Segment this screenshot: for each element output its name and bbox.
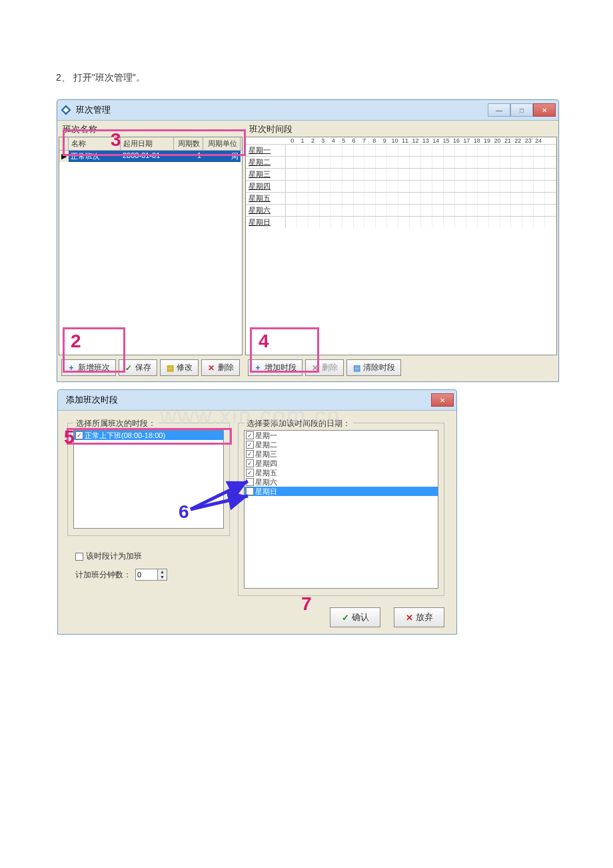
timespan-label: 班次时间段 xyxy=(245,122,557,137)
checkbox[interactable] xyxy=(75,431,83,439)
day-label: 星期三 xyxy=(246,169,286,180)
day-label: 星期二 xyxy=(246,157,286,168)
schedule-row[interactable]: 星期四 xyxy=(246,180,556,192)
cell-unit[interactable]: 周 xyxy=(203,151,241,162)
delete-label: 删除 xyxy=(218,362,234,373)
schedule-row[interactable]: 星期六 xyxy=(246,204,556,216)
day-label: 星期一 xyxy=(255,431,277,441)
overtime-label: 该时段计为加班 xyxy=(86,551,142,562)
plus-icon: + xyxy=(254,364,262,372)
hour-label: 17 xyxy=(462,137,472,144)
dialog-close-button[interactable]: ✕ xyxy=(431,393,454,407)
checkbox[interactable] xyxy=(75,553,83,561)
hour-label: 14 xyxy=(430,137,440,144)
schedule-row[interactable]: 星期五 xyxy=(246,192,556,204)
schedule-row[interactable]: 星期二 xyxy=(246,156,556,168)
minutes-stepper[interactable]: ▲▼ xyxy=(135,569,167,581)
schedule-row[interactable]: 星期三 xyxy=(246,168,556,180)
checkbox[interactable] xyxy=(246,441,254,449)
minutes-label: 计加班分钟数： xyxy=(75,569,131,581)
shift-option-list[interactable]: 正常上下班(08:00-18:00) xyxy=(73,430,224,529)
schedule-row[interactable]: 星期日 xyxy=(246,216,556,228)
save-label: 保存 xyxy=(135,362,151,373)
hour-label: 9 xyxy=(380,137,390,144)
hour-label: 12 xyxy=(410,137,420,144)
shift-option-label: 正常上下班(08:00-18:00) xyxy=(85,431,165,441)
checkbox[interactable] xyxy=(246,459,254,467)
check-icon: ✓ xyxy=(125,364,133,372)
col-date-header[interactable]: 起用日期 xyxy=(121,137,174,150)
cell-name[interactable]: 正常班次 xyxy=(69,151,121,162)
checkbox[interactable] xyxy=(246,469,254,477)
spin-up-icon[interactable]: ▲ xyxy=(157,569,167,575)
hours-header: 0123456789101112131415161718192021222324 xyxy=(286,137,556,144)
checkbox[interactable] xyxy=(246,487,254,495)
list-item[interactable]: 星期一 xyxy=(245,431,438,440)
hour-label: 18 xyxy=(472,137,482,144)
schedule-cells[interactable] xyxy=(286,205,556,216)
day-label: 星期三 xyxy=(255,449,277,459)
cell-cycle[interactable]: 1 xyxy=(174,151,203,162)
close-button[interactable]: ✕ xyxy=(533,103,556,117)
instruction-text: 2、 打开"班次管理"。 xyxy=(56,72,145,84)
cancel-button[interactable]: ✕放弃 xyxy=(394,607,444,627)
hour-label: 19 xyxy=(482,137,492,144)
clear-timespan-button[interactable]: ▤清除时段 xyxy=(346,359,401,376)
list-item[interactable]: 星期三 xyxy=(245,449,438,459)
add-timespan-dialog: 添加班次时段 ✕ 选择所属班次的时段： 正常上下班(08:00-18:00) 选… xyxy=(57,389,457,635)
titlebar[interactable]: 班次管理 — □ ✕ xyxy=(57,100,558,120)
delete-timespan-button[interactable]: ✕删除 xyxy=(305,359,344,376)
x-icon: ✕ xyxy=(405,613,413,621)
list-item[interactable]: 星期二 xyxy=(245,440,438,449)
schedule-cells[interactable] xyxy=(286,145,556,156)
add-timespan-button[interactable]: +增加时段 xyxy=(248,359,303,376)
list-item[interactable]: 星期四 xyxy=(245,459,438,468)
app-icon xyxy=(60,104,72,116)
delete-button[interactable]: ✕删除 xyxy=(201,359,240,376)
schedule-cells[interactable] xyxy=(286,181,556,192)
shift-table[interactable]: 名称 起用日期 周期数 周期单位 ▶ 正常班次 2000-01-01 1 周 xyxy=(59,137,243,355)
table-row[interactable]: ▶ 正常班次 2000-01-01 1 周 xyxy=(59,151,242,162)
schedule-row[interactable]: 星期一 xyxy=(246,144,556,156)
shift-name-label: 班次名称 xyxy=(59,122,243,137)
edit-icon: ▤ xyxy=(166,364,174,372)
shift-management-window: 班次管理 — □ ✕ 班次名称 名称 起用日期 周期数 周期单位 ▶ 正常班次 xyxy=(57,99,559,382)
schedule-grid[interactable]: 0123456789101112131415161718192021222324… xyxy=(245,137,557,355)
minimize-button[interactable]: — xyxy=(488,103,510,117)
day-label: 星期六 xyxy=(255,477,277,487)
day-list[interactable]: 星期一星期二星期三星期四星期五星期六星期日 xyxy=(244,430,438,589)
day-label: 星期六 xyxy=(246,205,286,216)
list-item[interactable]: 星期六 xyxy=(245,477,438,487)
confirm-button[interactable]: ✓确认 xyxy=(330,607,380,627)
hour-label: 2 xyxy=(308,137,318,144)
date-select-group: 选择要添加该时间段的日期： 星期一星期二星期三星期四星期五星期六星期日 xyxy=(238,423,444,596)
edit-button[interactable]: ▤修改 xyxy=(160,359,199,376)
hour-label: 16 xyxy=(451,137,461,144)
checkbox[interactable] xyxy=(246,478,254,486)
schedule-cells[interactable] xyxy=(286,217,556,228)
minutes-input[interactable] xyxy=(136,569,157,580)
list-item[interactable]: 星期五 xyxy=(245,468,438,477)
dialog-titlebar[interactable]: 添加班次时段 ✕ xyxy=(58,390,456,410)
checkbox[interactable] xyxy=(246,431,254,439)
checkbox[interactable] xyxy=(246,450,254,458)
schedule-cells[interactable] xyxy=(286,169,556,180)
list-item[interactable]: 星期日 xyxy=(245,487,438,496)
day-label: 星期二 xyxy=(255,440,277,450)
col-unit-header[interactable]: 周期单位 xyxy=(203,137,241,150)
overtime-checkbox-row[interactable]: 该时段计为加班 xyxy=(75,551,167,562)
list-item[interactable]: 正常上下班(08:00-18:00) xyxy=(74,431,223,440)
schedule-cells[interactable] xyxy=(286,157,556,168)
col-cycle-header[interactable]: 周期数 xyxy=(174,137,203,150)
cell-date[interactable]: 2000-01-01 xyxy=(121,151,174,162)
cancel-label: 放弃 xyxy=(416,611,433,623)
spin-down-icon[interactable]: ▼ xyxy=(157,575,167,580)
save-button[interactable]: ✓保存 xyxy=(119,359,157,376)
add-shift-button[interactable]: +新增班次 xyxy=(61,359,116,376)
maximize-button[interactable]: □ xyxy=(510,103,533,117)
schedule-cells[interactable] xyxy=(286,193,556,204)
shift-timespan-group: 选择所属班次的时段： 正常上下班(08:00-18:00) xyxy=(67,423,230,536)
col-name-header[interactable]: 名称 xyxy=(69,137,121,150)
day-label: 星期四 xyxy=(255,459,277,469)
hour-label: 11 xyxy=(400,137,410,144)
